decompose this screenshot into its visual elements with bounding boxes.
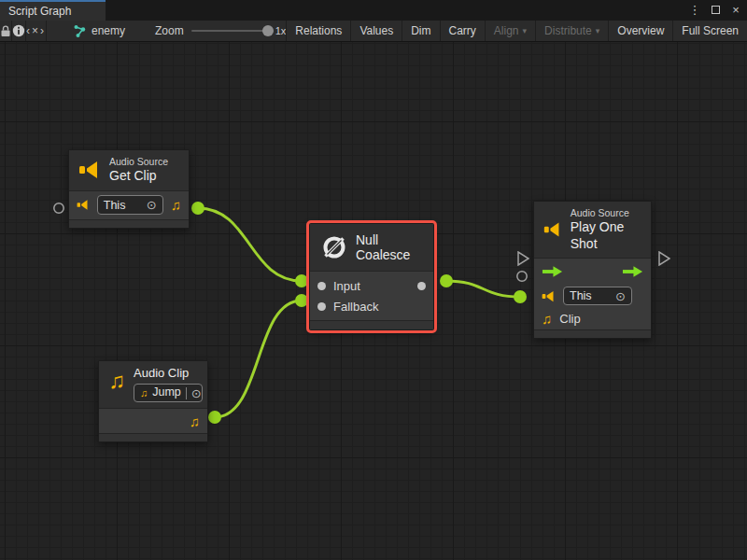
node-title: Audio Clip bbox=[134, 366, 203, 381]
getclip-this-input-port[interactable] bbox=[52, 202, 65, 215]
this-value: This bbox=[104, 199, 142, 212]
kebab-menu-icon[interactable]: ⋮ bbox=[687, 2, 702, 17]
object-picker-icon[interactable]: ⊙ bbox=[186, 387, 202, 399]
wire-endpoint[interactable] bbox=[208, 411, 221, 424]
wire-endpoint[interactable] bbox=[295, 274, 308, 287]
wire-endpoint[interactable] bbox=[440, 274, 453, 287]
audio-clip-port-icon: ♫ bbox=[542, 312, 552, 326]
zoom-value: 1x bbox=[275, 25, 287, 36]
zoom-label: Zoom bbox=[155, 24, 184, 37]
flow-in-arrow-icon[interactable] bbox=[542, 265, 563, 278]
node-null-coalesce[interactable]: Null Coalesce Input Fallback bbox=[309, 223, 434, 330]
fallback-port-label: Fallback bbox=[333, 300, 378, 314]
node-footer bbox=[69, 219, 189, 228]
object-picker-icon[interactable]: ⊙ bbox=[615, 290, 626, 302]
dim-button[interactable]: Dim bbox=[402, 21, 439, 41]
result-output-port[interactable] bbox=[417, 282, 426, 290]
zoom-control: Zoom 1x bbox=[155, 21, 286, 41]
audio-source-icon bbox=[543, 218, 562, 241]
values-button[interactable]: Values bbox=[350, 21, 402, 41]
maximize-icon[interactable] bbox=[708, 2, 723, 17]
relations-button[interactable]: Relations bbox=[286, 21, 350, 41]
chevron-down-icon: ▾ bbox=[523, 26, 528, 35]
node-play-one-shot[interactable]: Audio Source Play One Shot bbox=[533, 201, 652, 339]
distribute-button: Distribute▾ bbox=[535, 21, 608, 41]
node-title: Null Coalesce bbox=[356, 232, 422, 262]
wire-getclip-to-input[interactable] bbox=[198, 208, 302, 281]
align-button: Align▾ bbox=[485, 21, 535, 41]
graph-owner-indicator[interactable]: enemy bbox=[73, 21, 125, 41]
script-graph-window: Script Graph ⋮ × ‹×› bbox=[0, 0, 747, 560]
playoneshot-this-input-port[interactable] bbox=[515, 270, 529, 283]
wire-endpoint[interactable] bbox=[191, 202, 204, 215]
node-header: ♫ Audio Clip ♫ Jump ⊙ bbox=[99, 361, 207, 409]
wire-endpoint[interactable] bbox=[295, 294, 308, 307]
carry-button[interactable]: Carry bbox=[440, 21, 485, 41]
node-category: Audio Source bbox=[571, 207, 640, 219]
node-footer bbox=[99, 433, 207, 441]
wire-endpoint[interactable] bbox=[514, 290, 527, 303]
wire-audioclip-to-fallback[interactable] bbox=[215, 301, 302, 417]
node-category: Audio Source bbox=[109, 156, 168, 168]
node-audio-clip-variable[interactable]: ♫ Audio Clip ♫ Jump ⊙ ♫ bbox=[98, 360, 208, 442]
titlebar-icons: ⋮ × bbox=[687, 0, 743, 19]
graph-toolbar: ‹×› enemy Zoom 1x Relations Values Dim C… bbox=[0, 21, 747, 42]
node-header: Audio Source Play One Shot bbox=[534, 202, 651, 259]
graph-icon bbox=[73, 24, 87, 38]
variable-value: Jump bbox=[152, 385, 181, 400]
fullscreen-button[interactable]: Full Screen bbox=[672, 21, 747, 41]
audio-clip-port-icon: ♫ bbox=[190, 414, 200, 428]
lock-icon bbox=[0, 25, 11, 37]
overview-button[interactable]: Overview bbox=[608, 21, 672, 41]
input-port-label: Input bbox=[333, 279, 360, 293]
graph-canvas[interactable]: Audio Source Get Clip This ⊙ ♫ bbox=[0, 42, 747, 560]
node-footer bbox=[310, 320, 433, 329]
tab-bar: Script Graph ⋮ × bbox=[0, 0, 747, 21]
audio-source-icon bbox=[77, 198, 90, 212]
flow-output-port[interactable] bbox=[657, 251, 670, 266]
audio-clip-icon: ♫ bbox=[140, 388, 148, 399]
tab-script-graph[interactable]: Script Graph bbox=[0, 0, 106, 21]
graph-name: enemy bbox=[92, 24, 125, 37]
zoom-slider[interactable] bbox=[191, 30, 268, 32]
flow-input-port[interactable] bbox=[516, 251, 529, 266]
audio-clip-icon: ♫ bbox=[108, 370, 125, 392]
info-button[interactable] bbox=[12, 21, 26, 41]
audio-source-icon bbox=[542, 289, 556, 303]
wire-output-to-clip[interactable] bbox=[446, 281, 520, 297]
tab-title: Script Graph bbox=[8, 5, 71, 18]
info-icon bbox=[12, 24, 25, 37]
null-coalesce-icon bbox=[321, 234, 347, 260]
audio-source-icon bbox=[78, 159, 101, 181]
code-view-button[interactable]: ‹×› bbox=[26, 21, 47, 41]
close-icon[interactable]: × bbox=[728, 2, 743, 17]
object-picker-icon[interactable]: ⊙ bbox=[147, 199, 157, 211]
node-title: Get Clip bbox=[109, 168, 168, 185]
fallback-port[interactable] bbox=[317, 302, 326, 311]
this-target-field[interactable]: This ⊙ bbox=[97, 195, 163, 215]
zoom-slider-handle[interactable] bbox=[262, 25, 274, 36]
node-footer bbox=[534, 329, 651, 338]
lock-button[interactable] bbox=[0, 21, 12, 41]
toolbar-buttons: Relations Values Dim Carry Align▾ Distri… bbox=[286, 21, 747, 41]
audio-clip-port-icon: ♫ bbox=[171, 198, 181, 212]
flow-out-arrow-icon[interactable] bbox=[622, 265, 643, 278]
clip-port-label: Clip bbox=[559, 312, 580, 326]
input-port[interactable] bbox=[317, 282, 326, 290]
this-target-field[interactable]: This ⊙ bbox=[563, 287, 632, 305]
this-value: This bbox=[570, 289, 611, 302]
node-header: Null Coalesce bbox=[310, 224, 433, 272]
variable-field[interactable]: ♫ Jump ⊙ bbox=[134, 384, 203, 402]
node-title: Play One Shot bbox=[571, 219, 640, 252]
chevron-down-icon: ▾ bbox=[596, 26, 600, 35]
node-header: Audio Source Get Clip bbox=[69, 150, 189, 191]
node-get-clip[interactable]: Audio Source Get Clip This ⊙ ♫ bbox=[68, 149, 190, 229]
